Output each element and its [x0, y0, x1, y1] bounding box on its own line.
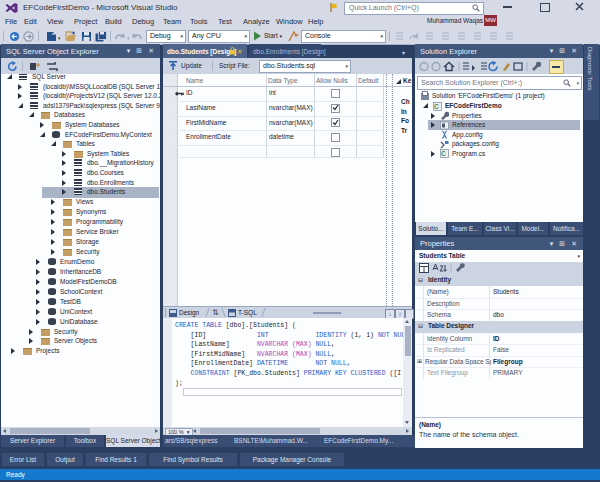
svg-text:C: C — [441, 150, 446, 157]
svg-text:C: C — [434, 103, 439, 110]
